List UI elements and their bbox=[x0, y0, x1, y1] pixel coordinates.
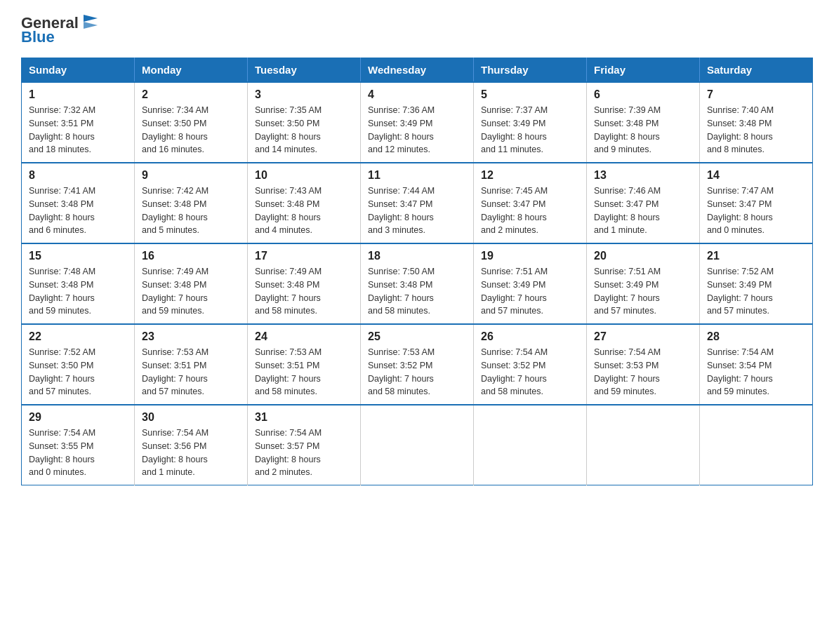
col-header-friday: Friday bbox=[587, 58, 700, 83]
day-number: 10 bbox=[255, 169, 353, 182]
calendar-day-cell: 21Sunrise: 7:52 AMSunset: 3:49 PMDayligh… bbox=[700, 243, 813, 324]
day-number: 25 bbox=[368, 330, 466, 343]
day-info: Sunrise: 7:36 AMSunset: 3:49 PMDaylight:… bbox=[368, 105, 435, 154]
day-info: Sunrise: 7:41 AMSunset: 3:48 PMDaylight:… bbox=[29, 186, 95, 235]
col-header-thursday: Thursday bbox=[474, 58, 587, 83]
calendar-day-cell: 22Sunrise: 7:52 AMSunset: 3:50 PMDayligh… bbox=[22, 324, 135, 405]
day-number: 31 bbox=[255, 411, 353, 424]
calendar-day-cell: 28Sunrise: 7:54 AMSunset: 3:54 PMDayligh… bbox=[700, 324, 813, 405]
day-info: Sunrise: 7:45 AMSunset: 3:47 PMDaylight:… bbox=[481, 186, 548, 235]
day-info: Sunrise: 7:53 AMSunset: 3:52 PMDaylight:… bbox=[368, 347, 435, 396]
day-info: Sunrise: 7:53 AMSunset: 3:51 PMDaylight:… bbox=[255, 347, 322, 396]
calendar-day-cell: 14Sunrise: 7:47 AMSunset: 3:47 PMDayligh… bbox=[700, 163, 813, 243]
day-number: 12 bbox=[481, 169, 579, 182]
day-number: 2 bbox=[142, 88, 240, 101]
day-info: Sunrise: 7:54 AMSunset: 3:57 PMDaylight:… bbox=[255, 428, 322, 477]
calendar-day-cell: 10Sunrise: 7:43 AMSunset: 3:48 PMDayligh… bbox=[248, 163, 361, 243]
day-number: 22 bbox=[29, 330, 127, 343]
day-number: 8 bbox=[29, 169, 127, 182]
day-info: Sunrise: 7:54 AMSunset: 3:53 PMDaylight:… bbox=[594, 347, 661, 396]
calendar-empty-cell bbox=[700, 405, 813, 485]
calendar-day-cell: 13Sunrise: 7:46 AMSunset: 3:47 PMDayligh… bbox=[587, 163, 700, 243]
day-info: Sunrise: 7:46 AMSunset: 3:47 PMDaylight:… bbox=[594, 186, 661, 235]
day-number: 9 bbox=[142, 169, 240, 182]
calendar-table: SundayMondayTuesdayWednesdayThursdayFrid… bbox=[21, 58, 813, 485]
calendar-day-cell: 11Sunrise: 7:44 AMSunset: 3:47 PMDayligh… bbox=[361, 163, 474, 243]
calendar-day-cell: 5Sunrise: 7:37 AMSunset: 3:49 PMDaylight… bbox=[474, 82, 587, 163]
calendar-empty-cell bbox=[361, 405, 474, 485]
day-info: Sunrise: 7:32 AMSunset: 3:51 PMDaylight:… bbox=[29, 105, 95, 154]
day-info: Sunrise: 7:51 AMSunset: 3:49 PMDaylight:… bbox=[594, 267, 661, 316]
col-header-monday: Monday bbox=[135, 58, 248, 83]
page-header: General Blue bbox=[21, 14, 813, 46]
day-info: Sunrise: 7:54 AMSunset: 3:52 PMDaylight:… bbox=[481, 347, 548, 396]
day-info: Sunrise: 7:35 AMSunset: 3:50 PMDaylight:… bbox=[255, 105, 322, 154]
calendar-day-cell: 23Sunrise: 7:53 AMSunset: 3:51 PMDayligh… bbox=[135, 324, 248, 405]
day-number: 21 bbox=[707, 250, 805, 262]
col-header-sunday: Sunday bbox=[22, 58, 135, 83]
day-info: Sunrise: 7:54 AMSunset: 3:54 PMDaylight:… bbox=[707, 347, 774, 396]
day-number: 19 bbox=[481, 250, 579, 262]
svg-marker-0 bbox=[84, 15, 98, 22]
day-number: 29 bbox=[29, 411, 127, 424]
day-info: Sunrise: 7:42 AMSunset: 3:48 PMDaylight:… bbox=[142, 186, 208, 235]
calendar-day-cell: 16Sunrise: 7:49 AMSunset: 3:48 PMDayligh… bbox=[135, 243, 248, 324]
day-number: 26 bbox=[481, 330, 579, 343]
svg-marker-1 bbox=[84, 22, 98, 29]
day-number: 24 bbox=[255, 330, 353, 343]
day-info: Sunrise: 7:52 AMSunset: 3:49 PMDaylight:… bbox=[707, 267, 774, 316]
calendar-day-cell: 19Sunrise: 7:51 AMSunset: 3:49 PMDayligh… bbox=[474, 243, 587, 324]
calendar-day-cell: 9Sunrise: 7:42 AMSunset: 3:48 PMDaylight… bbox=[135, 163, 248, 243]
calendar-day-cell: 12Sunrise: 7:45 AMSunset: 3:47 PMDayligh… bbox=[474, 163, 587, 243]
day-info: Sunrise: 7:40 AMSunset: 3:48 PMDaylight:… bbox=[707, 105, 774, 154]
day-info: Sunrise: 7:39 AMSunset: 3:48 PMDaylight:… bbox=[594, 105, 661, 154]
day-number: 13 bbox=[594, 169, 692, 182]
day-number: 16 bbox=[142, 250, 240, 262]
calendar-day-cell: 18Sunrise: 7:50 AMSunset: 3:48 PMDayligh… bbox=[361, 243, 474, 324]
calendar-day-cell: 2Sunrise: 7:34 AMSunset: 3:50 PMDaylight… bbox=[135, 82, 248, 163]
calendar-day-cell: 29Sunrise: 7:54 AMSunset: 3:55 PMDayligh… bbox=[22, 405, 135, 485]
day-info: Sunrise: 7:48 AMSunset: 3:48 PMDaylight:… bbox=[29, 267, 95, 316]
day-number: 23 bbox=[142, 330, 240, 343]
calendar-day-cell: 1Sunrise: 7:32 AMSunset: 3:51 PMDaylight… bbox=[22, 82, 135, 163]
day-number: 6 bbox=[594, 88, 692, 101]
day-info: Sunrise: 7:37 AMSunset: 3:49 PMDaylight:… bbox=[481, 105, 548, 154]
calendar-day-cell: 4Sunrise: 7:36 AMSunset: 3:49 PMDaylight… bbox=[361, 82, 474, 163]
calendar-day-cell: 3Sunrise: 7:35 AMSunset: 3:50 PMDaylight… bbox=[248, 82, 361, 163]
day-number: 3 bbox=[255, 88, 353, 101]
day-number: 17 bbox=[255, 250, 353, 262]
calendar-day-cell: 25Sunrise: 7:53 AMSunset: 3:52 PMDayligh… bbox=[361, 324, 474, 405]
day-info: Sunrise: 7:44 AMSunset: 3:47 PMDaylight:… bbox=[368, 186, 435, 235]
day-number: 15 bbox=[29, 250, 127, 262]
day-number: 20 bbox=[594, 250, 692, 262]
logo-blue: Blue bbox=[21, 28, 55, 46]
day-info: Sunrise: 7:53 AMSunset: 3:51 PMDaylight:… bbox=[142, 347, 208, 396]
calendar-day-cell: 7Sunrise: 7:40 AMSunset: 3:48 PMDaylight… bbox=[700, 82, 813, 163]
day-info: Sunrise: 7:49 AMSunset: 3:48 PMDaylight:… bbox=[142, 267, 208, 316]
day-info: Sunrise: 7:54 AMSunset: 3:56 PMDaylight:… bbox=[142, 428, 208, 477]
day-number: 18 bbox=[368, 250, 466, 262]
day-info: Sunrise: 7:43 AMSunset: 3:48 PMDaylight:… bbox=[255, 186, 322, 235]
logo-flag-icon bbox=[80, 11, 101, 32]
day-info: Sunrise: 7:51 AMSunset: 3:49 PMDaylight:… bbox=[481, 267, 548, 316]
day-number: 28 bbox=[707, 330, 805, 343]
calendar-day-cell: 15Sunrise: 7:48 AMSunset: 3:48 PMDayligh… bbox=[22, 243, 135, 324]
calendar-day-cell: 20Sunrise: 7:51 AMSunset: 3:49 PMDayligh… bbox=[587, 243, 700, 324]
day-info: Sunrise: 7:50 AMSunset: 3:48 PMDaylight:… bbox=[368, 267, 435, 316]
day-number: 14 bbox=[707, 169, 805, 182]
calendar-week-row: 8Sunrise: 7:41 AMSunset: 3:48 PMDaylight… bbox=[22, 163, 813, 243]
day-info: Sunrise: 7:49 AMSunset: 3:48 PMDaylight:… bbox=[255, 267, 322, 316]
calendar-day-cell: 27Sunrise: 7:54 AMSunset: 3:53 PMDayligh… bbox=[587, 324, 700, 405]
calendar-day-cell: 17Sunrise: 7:49 AMSunset: 3:48 PMDayligh… bbox=[248, 243, 361, 324]
calendar-week-row: 15Sunrise: 7:48 AMSunset: 3:48 PMDayligh… bbox=[22, 243, 813, 324]
day-info: Sunrise: 7:47 AMSunset: 3:47 PMDaylight:… bbox=[707, 186, 774, 235]
day-number: 7 bbox=[707, 88, 805, 101]
day-number: 30 bbox=[142, 411, 240, 424]
logo: General Blue bbox=[21, 14, 101, 46]
calendar-header-row: SundayMondayTuesdayWednesdayThursdayFrid… bbox=[22, 58, 813, 83]
day-info: Sunrise: 7:52 AMSunset: 3:50 PMDaylight:… bbox=[29, 347, 95, 396]
col-header-saturday: Saturday bbox=[700, 58, 813, 83]
calendar-week-row: 1Sunrise: 7:32 AMSunset: 3:51 PMDaylight… bbox=[22, 82, 813, 163]
day-info: Sunrise: 7:34 AMSunset: 3:50 PMDaylight:… bbox=[142, 105, 208, 154]
calendar-empty-cell bbox=[474, 405, 587, 485]
